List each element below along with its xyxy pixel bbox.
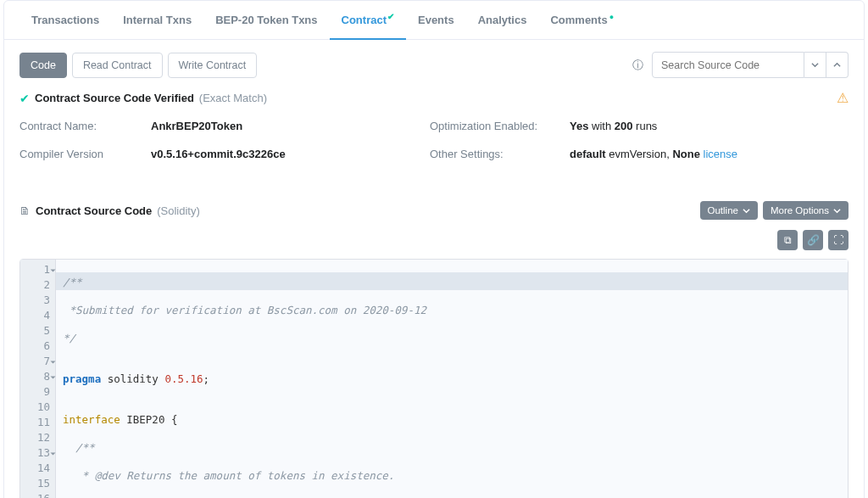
tab-label: Comments [550, 14, 607, 26]
code-content: /** *Submitted for verification at BscSc… [56, 260, 848, 498]
optimization-label: Optimization Enabled: [430, 120, 570, 132]
file-icon: 🗎 [19, 204, 31, 217]
notification-dot-icon: ● [609, 13, 614, 21]
link-icon: 🔗 [807, 234, 820, 246]
search-collapse-button[interactable] [826, 52, 849, 78]
contract-mode-group: Code Read Contract Write Contract [19, 53, 257, 78]
contract-panel: Transactions Internal Txns BEP-20 Token … [3, 0, 865, 498]
verified-title: Contract Source Code Verified [35, 92, 194, 104]
chevron-up-icon [833, 61, 841, 69]
optimization-value: Yes with 200 runs [570, 120, 849, 132]
fullscreen-icon: ⛶ [833, 234, 843, 246]
tab-bep20-token-txns[interactable]: BEP-20 Token Txns [203, 3, 329, 38]
tab-bar: Transactions Internal Txns BEP-20 Token … [4, 1, 864, 40]
more-options-button[interactable]: More Options [763, 201, 849, 220]
source-lang: (Solidity) [157, 204, 200, 217]
chevron-down-icon [743, 207, 750, 215]
tab-contract[interactable]: Contract✔ [330, 1, 406, 40]
tab-events[interactable]: Events [406, 3, 466, 38]
write-contract-button[interactable]: Write Contract [168, 53, 258, 78]
contract-name-label: Contract Name: [19, 120, 151, 132]
tab-analytics[interactable]: Analytics [466, 3, 539, 38]
verified-match: (Exact Match) [199, 92, 267, 104]
warning-icon[interactable]: ⚠ [837, 90, 849, 106]
code-editor[interactable]: 123456 789101112 1314151617 1819202122 2… [19, 259, 849, 498]
verified-badge-icon: ✔ [19, 92, 30, 105]
contract-info-grid: Contract Name: AnkrBEP20Token Optimizati… [4, 106, 864, 167]
other-settings-label: Other Settings: [430, 148, 570, 160]
search-dropdown-button[interactable] [804, 52, 826, 78]
verified-check-icon: ✔ [387, 12, 394, 21]
tab-comments[interactable]: Comments● [538, 2, 626, 38]
tab-internal-txns[interactable]: Internal Txns [111, 3, 203, 38]
copy-button[interactable]: ⧉ [777, 230, 798, 250]
tab-label: Contract [342, 14, 387, 26]
source-heading: Contract Source Code [36, 204, 152, 217]
line-gutter: 123456 789101112 1314151617 1819202122 2… [20, 260, 56, 498]
compiler-label: Compiler Version [19, 148, 151, 160]
code-button[interactable]: Code [19, 53, 67, 78]
contract-toolbar: Code Read Contract Write Contract ⓘ [4, 40, 864, 90]
chevron-down-icon [811, 61, 819, 69]
chevron-down-icon [833, 207, 841, 215]
editor-icon-row: ⧉ 🔗 ⛶ [4, 225, 864, 255]
fullscreen-button[interactable]: ⛶ [828, 230, 849, 250]
other-settings-value: default evmVersion, None license [570, 148, 849, 160]
source-bar: 🗎 Contract Source Code (Solidity) Outlin… [4, 167, 864, 225]
read-contract-button[interactable]: Read Contract [72, 53, 163, 78]
permalink-button[interactable]: 🔗 [803, 230, 823, 250]
compiler-value: v0.5.16+commit.9c3226ce [151, 148, 430, 160]
help-icon[interactable]: ⓘ [632, 58, 643, 73]
license-link[interactable]: license [704, 148, 737, 160]
contract-name-value: AnkrBEP20Token [151, 120, 430, 132]
outline-button[interactable]: Outline [700, 201, 758, 220]
search-input[interactable] [652, 52, 804, 78]
verified-row: ✔ Contract Source Code Verified (Exact M… [4, 90, 864, 106]
toolbar-right: ⓘ [632, 52, 849, 78]
copy-icon: ⧉ [784, 234, 792, 246]
tab-transactions[interactable]: Transactions [19, 3, 111, 38]
search-group [652, 52, 849, 78]
